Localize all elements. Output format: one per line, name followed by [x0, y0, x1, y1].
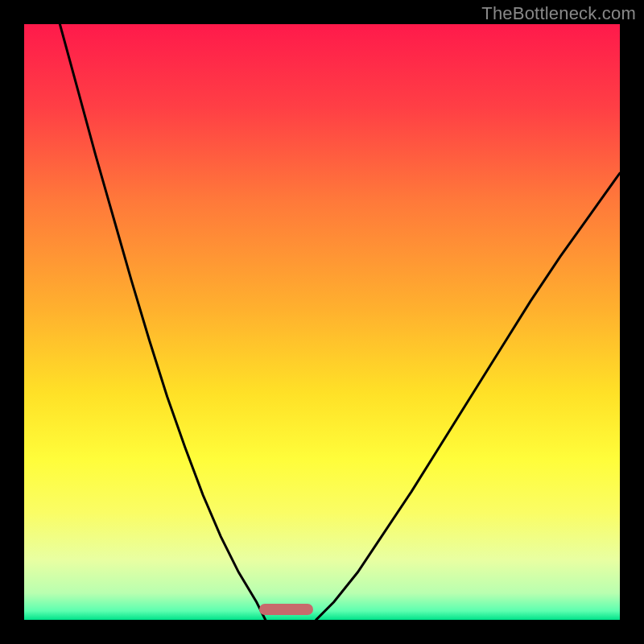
optimal-range-marker: [259, 604, 313, 615]
curve-right: [316, 173, 620, 620]
plot-area: [24, 24, 620, 620]
chart-stage: TheBottleneck.com: [0, 0, 644, 644]
curve-left: [60, 24, 265, 620]
watermark-text: TheBottleneck.com: [481, 3, 636, 24]
bottleneck-curves: [24, 24, 620, 620]
